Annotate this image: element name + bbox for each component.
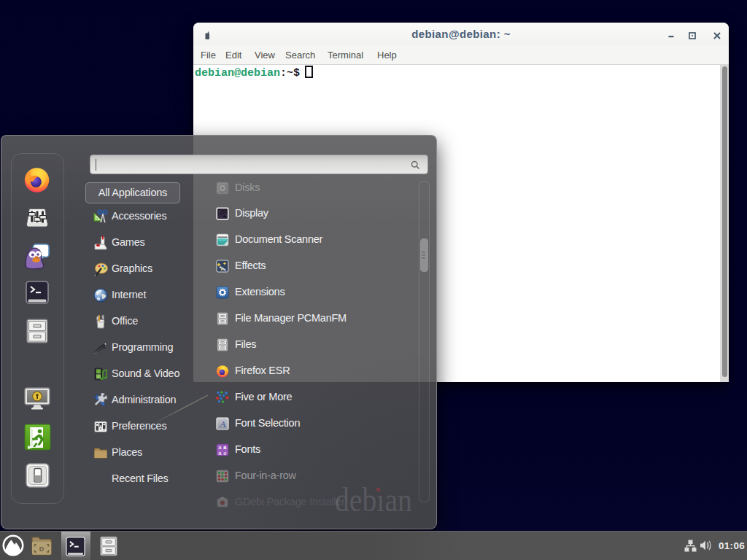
svg-text:D: D — [39, 545, 44, 553]
